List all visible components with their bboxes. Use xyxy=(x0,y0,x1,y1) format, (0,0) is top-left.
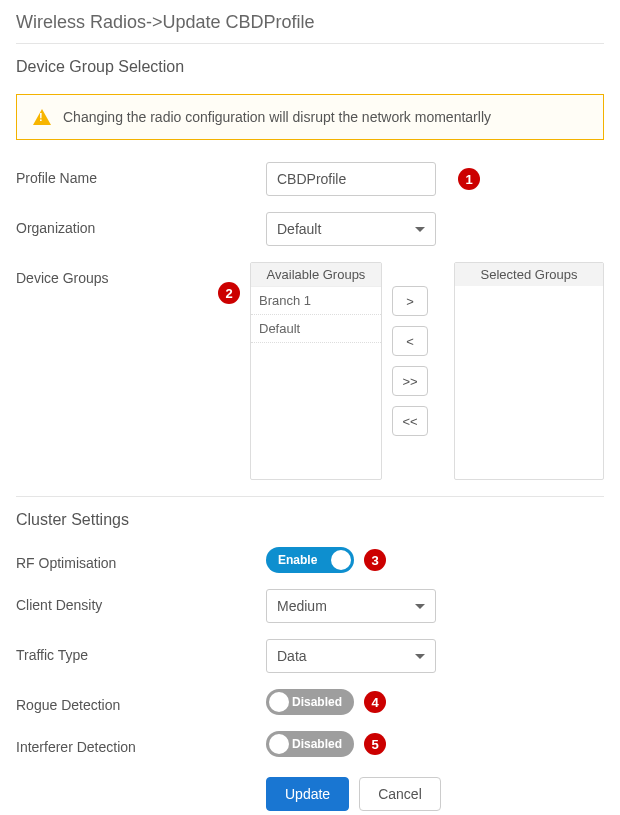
warning-text: Changing the radio configuration will di… xyxy=(63,109,491,125)
interferer-detection-toggle[interactable]: Disabled xyxy=(266,731,354,757)
section-title-device-group: Device Group Selection xyxy=(16,58,604,76)
toggle-text: Disabled xyxy=(292,695,342,709)
selected-groups-header: Selected Groups xyxy=(455,263,603,286)
move-all-right-button[interactable]: >> xyxy=(392,366,428,396)
callout-3: 3 xyxy=(364,549,386,571)
profile-name-label: Profile Name xyxy=(16,162,266,186)
profile-name-input[interactable] xyxy=(266,162,436,196)
rogue-detection-label: Rogue Detection xyxy=(16,689,266,713)
organization-value: Default xyxy=(277,221,321,237)
traffic-type-label: Traffic Type xyxy=(16,639,266,663)
device-groups-label: Device Groups xyxy=(16,262,250,286)
selected-groups-listbox[interactable]: Selected Groups xyxy=(454,262,604,480)
chevron-down-icon xyxy=(415,654,425,659)
chevron-down-icon xyxy=(415,227,425,232)
callout-1: 1 xyxy=(458,168,480,190)
rogue-detection-toggle[interactable]: Disabled xyxy=(266,689,354,715)
toggle-text: Enable xyxy=(278,553,317,567)
organization-select[interactable]: Default xyxy=(266,212,436,246)
warning-banner: Changing the radio configuration will di… xyxy=(16,94,604,140)
toggle-text: Disabled xyxy=(292,737,342,751)
move-all-left-button[interactable]: << xyxy=(392,406,428,436)
client-density-select[interactable]: Medium xyxy=(266,589,436,623)
move-right-button[interactable]: > xyxy=(392,286,428,316)
client-density-label: Client Density xyxy=(16,589,266,613)
list-item[interactable]: Branch 1 xyxy=(251,287,381,315)
callout-4: 4 xyxy=(364,691,386,713)
breadcrumb: Wireless Radios->Update CBDProfile xyxy=(16,12,604,33)
traffic-type-value: Data xyxy=(277,648,307,664)
client-density-value: Medium xyxy=(277,598,327,614)
traffic-type-select[interactable]: Data xyxy=(266,639,436,673)
rf-optimisation-label: RF Optimisation xyxy=(16,547,266,571)
warning-icon xyxy=(33,109,51,125)
list-item[interactable]: Default xyxy=(251,315,381,343)
chevron-down-icon xyxy=(415,604,425,609)
available-groups-listbox[interactable]: Available Groups Branch 1 Default xyxy=(250,262,382,480)
divider xyxy=(16,43,604,44)
organization-label: Organization xyxy=(16,212,266,236)
cancel-button[interactable]: Cancel xyxy=(359,777,441,811)
divider xyxy=(16,496,604,497)
callout-5: 5 xyxy=(364,733,386,755)
callout-2: 2 xyxy=(218,282,240,304)
move-left-button[interactable]: < xyxy=(392,326,428,356)
rf-optimisation-toggle[interactable]: Enable xyxy=(266,547,354,573)
update-button[interactable]: Update xyxy=(266,777,349,811)
interferer-detection-label: Interferer Detection xyxy=(16,731,266,755)
available-groups-header: Available Groups xyxy=(251,263,381,287)
section-title-cluster-settings: Cluster Settings xyxy=(16,511,604,529)
